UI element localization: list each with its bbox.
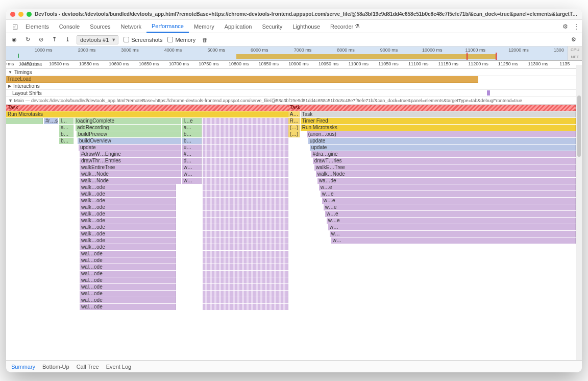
tab-memory[interactable]: Memory (189, 20, 219, 33)
flame-entry[interactable]: w… (182, 164, 202, 171)
flame-entry[interactable]: w… (182, 178, 202, 184)
flame-entry[interactable]: drawT…ries (313, 158, 576, 164)
flame-entry[interactable] (203, 251, 288, 257)
flame-entry[interactable]: walk…ode (80, 198, 176, 204)
flame-entry[interactable]: wal…ode (80, 304, 176, 310)
flame-entry[interactable]: Task (301, 111, 576, 117)
tab-call-tree[interactable]: Call Tree (77, 364, 99, 370)
flame-entry[interactable]: a… (59, 125, 74, 131)
flame-entry[interactable] (203, 145, 288, 151)
tab-event-log[interactable]: Event Log (106, 364, 132, 370)
flame-entry[interactable]: wal…ode (80, 277, 176, 283)
flame-entry[interactable]: walk…ode (80, 191, 176, 197)
tab-security[interactable]: Security (257, 20, 287, 33)
tab-performance[interactable]: Performance (146, 20, 189, 33)
track-interactions[interactable]: ▶Interactions (6, 83, 582, 90)
flame-entry[interactable]: update (310, 145, 576, 151)
flame-entry[interactable]: w… (328, 224, 576, 230)
flame-entry[interactable] (203, 277, 288, 283)
tab-sources[interactable]: Sources (85, 20, 115, 33)
flame-entry[interactable] (203, 131, 288, 137)
flame-entry[interactable]: (anon…ous) (307, 131, 576, 137)
minimize-icon[interactable] (18, 12, 23, 17)
flame-entry[interactable]: walk…ode (80, 237, 176, 244)
flame-entry[interactable]: b… (182, 138, 202, 144)
flame-entry[interactable]: update (308, 138, 576, 144)
flame-entry[interactable]: b… (182, 131, 202, 137)
flame-entry[interactable]: walk…ode (80, 224, 176, 230)
flame-entry[interactable]: w…e (322, 198, 576, 204)
flame-entry[interactable]: walk…ode (80, 184, 176, 190)
flame-entry[interactable]: loadingComplete (75, 118, 181, 124)
flame-entry[interactable]: l…e (182, 118, 202, 124)
flame-entry[interactable]: l… (59, 118, 74, 124)
flame-entry[interactable]: (…) (288, 131, 300, 137)
flame-entry[interactable]: wal…ode (80, 284, 176, 290)
more-icon[interactable]: ⋮ (571, 23, 582, 30)
flame-entry[interactable] (203, 118, 288, 124)
flame-entry[interactable]: addRecording (76, 125, 181, 131)
flame-entry[interactable]: w… (182, 171, 202, 177)
flame-entry[interactable]: walk…ode (80, 244, 176, 250)
flame-entry[interactable]: w…e (321, 191, 576, 197)
timing-traceload[interactable]: TraceLoad (6, 76, 478, 83)
flame-chart[interactable]: Task Run Microtasks #r…s l… loadingCompl… (6, 105, 582, 345)
flame-task[interactable]: Task (6, 105, 288, 111)
flame-entry[interactable]: w… (330, 231, 576, 237)
record-icon[interactable]: ◉ (10, 36, 18, 43)
flame-entry[interactable]: Run Microtasks (301, 125, 576, 131)
memory-checkbox[interactable]: Memory (167, 37, 195, 43)
flame-entry[interactable] (203, 218, 288, 224)
flame-entry[interactable] (203, 257, 288, 264)
flame-entry[interactable]: w…e (319, 184, 576, 190)
settings-icon[interactable]: ⚙ (570, 36, 578, 43)
flame-entry[interactable]: A… (288, 111, 300, 117)
tab-elements[interactable]: Elements (20, 20, 54, 33)
flame-entry[interactable]: b… (59, 138, 74, 144)
flame-entry[interactable] (203, 224, 288, 230)
track-timings[interactable]: ▼Timings (6, 69, 582, 76)
flame-entry[interactable] (203, 231, 288, 237)
download-icon[interactable]: ⤓ (63, 36, 71, 43)
flame-entry[interactable]: u… (182, 145, 202, 151)
flame-entry[interactable] (203, 304, 288, 310)
close-icon[interactable] (10, 12, 15, 17)
flame-entry[interactable]: wal…ode (80, 264, 176, 270)
flame-entry[interactable]: walkE…Tree (314, 164, 576, 171)
flame-entry[interactable]: walk…ode (80, 231, 176, 237)
settings-icon[interactable]: ⚙ (559, 23, 571, 30)
flame-entry[interactable] (203, 178, 288, 184)
tab-network[interactable]: Network (116, 20, 146, 33)
flame-entry[interactable]: buildOverview (78, 138, 181, 144)
flame-entry[interactable]: R… (288, 118, 300, 124)
flame-entry[interactable]: w…e (327, 218, 576, 224)
reload-icon[interactable]: ↻ (23, 36, 32, 43)
flame-task[interactable]: Task (288, 105, 576, 111)
flame-entry[interactable] (203, 271, 288, 277)
tab-console[interactable]: Console (54, 20, 85, 33)
flame-entry[interactable] (203, 244, 288, 250)
flame-entry[interactable]: walk…Node (80, 171, 181, 177)
flame-entry[interactable]: w…e (325, 211, 576, 217)
flame-entry[interactable] (203, 237, 288, 244)
flame-entry[interactable] (203, 284, 288, 290)
flame-entry[interactable]: walk…ode (80, 218, 176, 224)
flame-entry[interactable]: #… (182, 151, 202, 157)
flame-entry[interactable] (203, 264, 288, 270)
flame-entry[interactable] (203, 164, 288, 171)
tab-bottom-up[interactable]: Bottom-Up (42, 364, 69, 370)
flame-entry[interactable]: buildPreview (77, 131, 181, 137)
flame-entry[interactable] (203, 204, 288, 210)
flame-entry[interactable] (6, 118, 43, 124)
tab-application[interactable]: Application (219, 20, 257, 33)
flame-entry[interactable] (203, 297, 288, 303)
overview-ruler[interactable]: 1000 ms 2000 ms 3000 ms 4000 ms 5000 ms … (6, 46, 582, 61)
track-layout-shifts[interactable]: Layout Shifts (6, 90, 582, 97)
flame-entry[interactable]: wa…de (317, 178, 576, 184)
upload-icon[interactable]: ⤒ (50, 36, 58, 43)
flame-entry[interactable]: wal…ode (80, 271, 176, 277)
flame-entry[interactable]: Timer Fired (301, 118, 576, 124)
flame-entry[interactable]: #dra…gine (311, 151, 576, 157)
flame-entry[interactable]: d… (182, 158, 202, 164)
flame-entry[interactable] (203, 158, 288, 164)
